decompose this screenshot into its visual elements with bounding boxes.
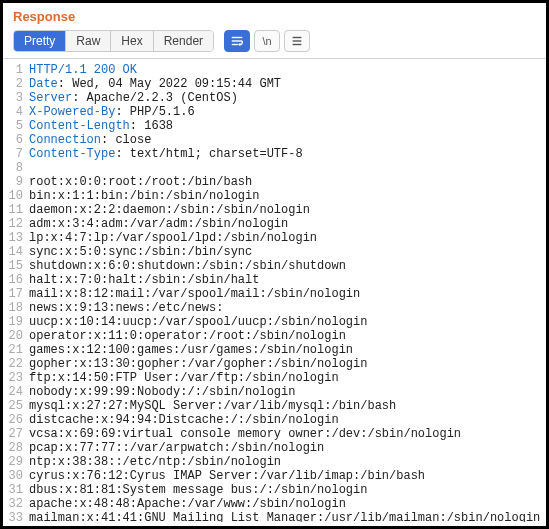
line-number: 10 [3, 189, 29, 203]
code-line: 28pcap:x:77:77::/var/arpwatch:/sbin/nolo… [3, 441, 546, 455]
code-line: 5Content-Length: 1638 [3, 119, 546, 133]
line-content: gopher:x:13:30:gopher:/var/gopher:/sbin/… [29, 357, 367, 371]
line-number: 30 [3, 469, 29, 483]
view-tabs: PrettyRawHexRender [13, 30, 214, 52]
line-number: 8 [3, 161, 29, 175]
code-line: 7Content-Type: text/html; charset=UTF-8 [3, 147, 546, 161]
response-body[interactable]: 1HTTP/1.1 200 OK2Date: Wed, 04 May 2022 … [3, 59, 546, 522]
line-number: 6 [3, 133, 29, 147]
menu-icon [290, 34, 304, 48]
line-content: Content-Length: 1638 [29, 119, 173, 133]
code-line: 16halt:x:7:0:halt:/sbin:/sbin/halt [3, 273, 546, 287]
line-content: vcsa:x:69:69:virtual console memory owne… [29, 427, 461, 441]
code-line: 23ftp:x:14:50:FTP User:/var/ftp:/sbin/no… [3, 371, 546, 385]
tab-hex[interactable]: Hex [111, 31, 153, 51]
line-content: HTTP/1.1 200 OK [29, 63, 137, 77]
code-line: 33mailman:x:41:41:GNU Mailing List Manag… [3, 511, 546, 522]
view-options-button[interactable] [284, 30, 310, 52]
line-content: Connection: close [29, 133, 151, 147]
line-number: 2 [3, 77, 29, 91]
code-line: 2Date: Wed, 04 May 2022 09:15:44 GMT [3, 77, 546, 91]
tab-raw[interactable]: Raw [66, 31, 111, 51]
line-number: 25 [3, 399, 29, 413]
tab-pretty[interactable]: Pretty [14, 31, 66, 51]
line-number: 20 [3, 329, 29, 343]
line-content: root:x:0:0:root:/root:/bin/bash [29, 175, 252, 189]
toolbar: PrettyRawHexRender \n [3, 28, 546, 59]
code-line: 30cyrus:x:76:12:Cyrus IMAP Server:/var/l… [3, 469, 546, 483]
line-content: cyrus:x:76:12:Cyrus IMAP Server:/var/lib… [29, 469, 425, 483]
code-line: 4X-Powered-By: PHP/5.1.6 [3, 105, 546, 119]
code-line: 22gopher:x:13:30:gopher:/var/gopher:/sbi… [3, 357, 546, 371]
line-number: 4 [3, 105, 29, 119]
wrap-toggle-button[interactable] [224, 30, 250, 52]
line-number: 28 [3, 441, 29, 455]
code-line: 17mail:x:8:12:mail:/var/spool/mail:/sbin… [3, 287, 546, 301]
line-content: Server: Apache/2.2.3 (CentOS) [29, 91, 238, 105]
tab-render[interactable]: Render [154, 31, 213, 51]
line-content: uucp:x:10:14:uucp:/var/spool/uucp:/sbin/… [29, 315, 367, 329]
code-line: 14sync:x:5:0:sync:/sbin:/bin/sync [3, 245, 546, 259]
code-line: 10bin:x:1:1:bin:/bin:/sbin/nologin [3, 189, 546, 203]
line-content: ntp:x:38:38::/etc/ntp:/sbin/nologin [29, 455, 281, 469]
code-line: 31dbus:x:81:81:System message bus:/:/sbi… [3, 483, 546, 497]
code-line: 21games:x:12:100:games:/usr/games:/sbin/… [3, 343, 546, 357]
line-content: news:x:9:13:news:/etc/news: [29, 301, 223, 315]
line-number: 9 [3, 175, 29, 189]
line-content: mysql:x:27:27:MySQL Server:/var/lib/mysq… [29, 399, 396, 413]
code-line: 8 [3, 161, 546, 175]
line-content: Date: Wed, 04 May 2022 09:15:44 GMT [29, 77, 281, 91]
code-line: 15shutdown:x:6:0:shutdown:/sbin:/sbin/sh… [3, 259, 546, 273]
line-content: lp:x:4:7:lp:/var/spool/lpd:/sbin/nologin [29, 231, 317, 245]
line-number: 15 [3, 259, 29, 273]
line-number: 19 [3, 315, 29, 329]
line-content: dbus:x:81:81:System message bus:/:/sbin/… [29, 483, 367, 497]
line-number: 16 [3, 273, 29, 287]
line-content: pcap:x:77:77::/var/arpwatch:/sbin/nologi… [29, 441, 324, 455]
line-number: 1 [3, 63, 29, 77]
line-content: mailman:x:41:41:GNU Mailing List Manager… [29, 511, 540, 522]
code-line: 1HTTP/1.1 200 OK [3, 63, 546, 77]
line-content: daemon:x:2:2:daemon:/sbin:/sbin/nologin [29, 203, 310, 217]
line-number: 26 [3, 413, 29, 427]
line-content: games:x:12:100:games:/usr/games:/sbin/no… [29, 343, 353, 357]
line-content: halt:x:7:0:halt:/sbin:/sbin/halt [29, 273, 259, 287]
line-number: 3 [3, 91, 29, 105]
line-number: 12 [3, 217, 29, 231]
line-content: adm:x:3:4:adm:/var/adm:/sbin/nologin [29, 217, 288, 231]
line-number: 14 [3, 245, 29, 259]
line-number: 24 [3, 385, 29, 399]
line-number: 27 [3, 427, 29, 441]
code-line: 27vcsa:x:69:69:virtual console memory ow… [3, 427, 546, 441]
line-number: 33 [3, 511, 29, 522]
line-number: 5 [3, 119, 29, 133]
line-content: sync:x:5:0:sync:/sbin:/bin/sync [29, 245, 252, 259]
code-line: 26distcache:x:94:94:Distcache:/:/sbin/no… [3, 413, 546, 427]
line-content: shutdown:x:6:0:shutdown:/sbin:/sbin/shut… [29, 259, 346, 273]
line-content: nobody:x:99:99:Nobody:/:/sbin/nologin [29, 385, 295, 399]
show-newlines-button[interactable]: \n [254, 30, 280, 52]
line-number: 17 [3, 287, 29, 301]
line-number: 21 [3, 343, 29, 357]
code-line: 11daemon:x:2:2:daemon:/sbin:/sbin/nologi… [3, 203, 546, 217]
line-content: mail:x:8:12:mail:/var/spool/mail:/sbin/n… [29, 287, 360, 301]
line-content: Content-Type: text/html; charset=UTF-8 [29, 147, 303, 161]
newline-icon: \n [262, 35, 271, 47]
code-line: 6Connection: close [3, 133, 546, 147]
line-number: 31 [3, 483, 29, 497]
line-number: 23 [3, 371, 29, 385]
code-line: 25mysql:x:27:27:MySQL Server:/var/lib/my… [3, 399, 546, 413]
line-number: 11 [3, 203, 29, 217]
line-number: 7 [3, 147, 29, 161]
code-line: 32apache:x:48:48:Apache:/var/www:/sbin/n… [3, 497, 546, 511]
line-number: 13 [3, 231, 29, 245]
code-line: 9root:x:0:0:root:/root:/bin/bash [3, 175, 546, 189]
line-content: apache:x:48:48:Apache:/var/www:/sbin/nol… [29, 497, 346, 511]
line-content: ftp:x:14:50:FTP User:/var/ftp:/sbin/nolo… [29, 371, 339, 385]
code-line: 12adm:x:3:4:adm:/var/adm:/sbin/nologin [3, 217, 546, 231]
line-number: 32 [3, 497, 29, 511]
line-content: operator:x:11:0:operator:/root:/sbin/nol… [29, 329, 346, 343]
code-line: 24nobody:x:99:99:Nobody:/:/sbin/nologin [3, 385, 546, 399]
code-line: 13lp:x:4:7:lp:/var/spool/lpd:/sbin/nolog… [3, 231, 546, 245]
line-number: 29 [3, 455, 29, 469]
